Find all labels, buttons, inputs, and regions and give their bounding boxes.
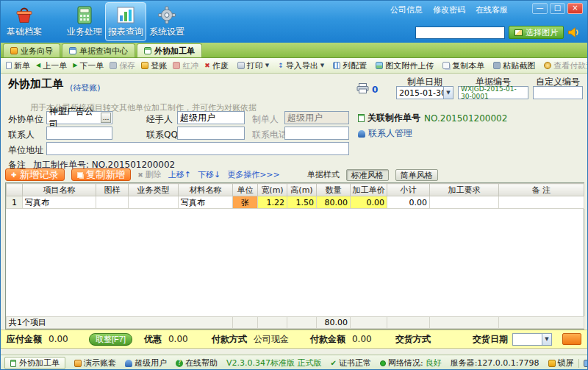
pay-method-select[interactable]: 公司现金 <box>251 333 298 346</box>
unit-picker-button[interactable]: ... <box>101 113 111 123</box>
select-image-button[interactable]: 选择图片 <box>509 26 564 39</box>
standard-style-button[interactable]: 标准风格 <box>346 169 389 181</box>
new-doc-icon <box>6 62 12 69</box>
related-order-link[interactable]: 关联制作单号 <box>358 112 420 124</box>
related-order-number[interactable]: NO.201501200002 <box>424 113 507 124</box>
switch-user-icon <box>584 360 588 367</box>
discount-value[interactable]: 0.00 <box>166 334 200 344</box>
move-up-link[interactable]: 上移↑ <box>168 169 191 180</box>
round-button[interactable]: 取整[F7] <box>89 333 132 346</box>
nav-item-business[interactable]: 业务处理 <box>64 2 105 41</box>
copy-doc-button[interactable]: 复制本单 <box>440 60 487 72</box>
statusbar-doc-tab[interactable]: 外协加工单 <box>4 357 65 369</box>
nav-item-basic-archive[interactable]: 基础档案 <box>4 2 45 41</box>
void-button[interactable]: ✖作废 <box>201 60 232 72</box>
print-button[interactable]: 打印▼ <box>234 60 272 72</box>
company-info-link[interactable]: 公司信息 <box>390 4 423 15</box>
cell-note[interactable] <box>499 196 584 209</box>
outsource-unit-field[interactable]: 神盟广告公司 ... <box>46 111 112 124</box>
table-row[interactable]: 1 写真布 写真布 张 1.22 1.50 80.00 0.00 0.00 <box>7 196 584 209</box>
minimize-button[interactable]: — <box>532 3 548 14</box>
date-field[interactable]: 2015-01-30 ▼ <box>396 86 453 99</box>
copy-icon <box>77 172 83 178</box>
delivery-date-button[interactable] <box>562 333 581 345</box>
paste-screenshot-label: 粘贴截图 <box>503 60 535 71</box>
tab-business-wizard[interactable]: 业务向导 <box>3 43 60 57</box>
pay-amount-value[interactable]: 0.00 <box>350 334 384 344</box>
printer-icon[interactable] <box>356 82 369 96</box>
tab-query-center[interactable]: 单据查询中心 <box>62 43 135 57</box>
pending-post-link[interactable]: (待登账) <box>70 82 101 93</box>
maximize-button[interactable]: □ <box>550 3 565 14</box>
cell-requirement[interactable] <box>430 196 499 209</box>
import-export-button[interactable]: ↕导入导出▼ <box>275 60 327 72</box>
tab-outsourcing-order[interactable]: 外协加工单 <box>137 43 202 57</box>
post-button[interactable]: 登账 <box>138 60 170 72</box>
switch-user-button[interactable]: 切换用户 <box>584 357 588 369</box>
cell-height[interactable]: 1.50 <box>287 196 317 209</box>
document-toolbar: 新单 ◀上一单 ▶下一单 保存 登账 红冲 ✖作废 打印▼ ↕导入导出▼ 列配置… <box>1 58 587 74</box>
horn-icon[interactable] <box>567 26 581 38</box>
basket-icon <box>14 4 35 26</box>
add-record-button[interactable]: ✚ 新增记录 <box>5 168 65 181</box>
current-user-item[interactable]: 超级用户 <box>125 357 167 369</box>
simple-style-button[interactable]: 简单风格 <box>395 169 438 181</box>
cell-width[interactable]: 1.22 <box>258 196 287 209</box>
red-flush-button[interactable]: 红冲 <box>170 60 201 72</box>
account-icon <box>74 360 82 367</box>
gear-icon <box>157 4 177 26</box>
contact-manage-link[interactable]: 联系人管理 <box>358 127 412 140</box>
paste-screenshot-button[interactable]: 粘贴截图 <box>490 60 538 72</box>
cell-qty[interactable]: 80.00 <box>317 196 351 209</box>
prev-doc-button[interactable]: ◀上一单 <box>33 60 70 72</box>
footer-cell <box>258 317 287 329</box>
nav-item-settings[interactable]: 系统设置 <box>146 2 187 41</box>
chevron-down-icon[interactable]: ▼ <box>542 334 551 345</box>
next-doc-button[interactable]: ▶下一单 <box>70 60 107 72</box>
copy-add-button[interactable]: 复制新增 <box>71 168 131 181</box>
user-icon <box>125 360 132 367</box>
new-doc-button[interactable]: 新单 <box>3 60 33 72</box>
nav-item-reports[interactable]: 报表查询 <box>105 2 146 41</box>
lock-screen-button[interactable]: 锁屏 <box>548 357 574 369</box>
col-subtotal: 小计 <box>387 184 430 196</box>
image-search-input[interactable] <box>415 26 505 39</box>
attachment-upload-button[interactable]: 图文附件上传 <box>373 60 437 72</box>
move-down-link[interactable]: 下移↓ <box>198 169 220 180</box>
doc-number-field[interactable]: WXJGD-2015-01-30-0001 <box>458 86 528 99</box>
view-payment-button[interactable]: 查看付款过程 <box>541 60 588 72</box>
certificate-item[interactable]: ✔ 证书正常 <box>331 357 371 369</box>
items-table: 项目名称 图样 业务类型 材料名称 单位 宽(m) 高(m) 数量 加工单价 小… <box>6 183 584 209</box>
online-service-link[interactable]: 在线客服 <box>476 4 508 15</box>
delivery-date-select[interactable]: ▼ <box>512 333 552 346</box>
cell-project-name[interactable]: 写真布 <box>23 196 96 209</box>
table-header-row: 项目名称 图样 业务类型 材料名称 单位 宽(m) 高(m) 数量 加工单价 小… <box>7 184 584 196</box>
copy-icon <box>442 62 450 69</box>
change-password-link[interactable]: 修改密码 <box>433 4 465 15</box>
close-button[interactable]: × <box>567 3 583 14</box>
chevron-down-icon[interactable]: ▼ <box>443 87 453 99</box>
delete-icon: ✖ <box>137 171 143 179</box>
calculator-icon <box>74 4 95 26</box>
column-config-button[interactable]: 列配置 <box>330 60 370 72</box>
handler-field[interactable]: 超级用户 <box>177 111 245 124</box>
payable-value[interactable]: 0.00 <box>46 334 80 344</box>
phone-field[interactable] <box>284 127 349 140</box>
delivery-date-label: 交货日期 <box>473 333 508 346</box>
custom-number-field[interactable] <box>533 86 583 99</box>
cell-material[interactable]: 写真布 <box>179 196 233 209</box>
cell-biz-type[interactable] <box>129 196 179 209</box>
address-field[interactable] <box>46 142 349 155</box>
discount-label: 优惠 <box>144 333 162 346</box>
more-operations-link[interactable]: 更多操作>>> <box>227 169 280 180</box>
contact-field[interactable] <box>46 127 112 140</box>
cell-image[interactable] <box>96 196 129 209</box>
cell-price[interactable]: 0.00 <box>351 196 387 209</box>
qq-field[interactable] <box>177 127 245 140</box>
online-help-item[interactable]: ? 在线帮助 <box>176 357 218 369</box>
account-set-item[interactable]: 演示账套 <box>74 357 116 369</box>
grid-empty-area[interactable] <box>6 209 584 316</box>
save-button[interactable]: 保存 <box>107 60 138 72</box>
cell-unit[interactable]: 张 <box>233 196 258 209</box>
delete-row-button[interactable]: ✖ 删除 <box>137 169 162 180</box>
